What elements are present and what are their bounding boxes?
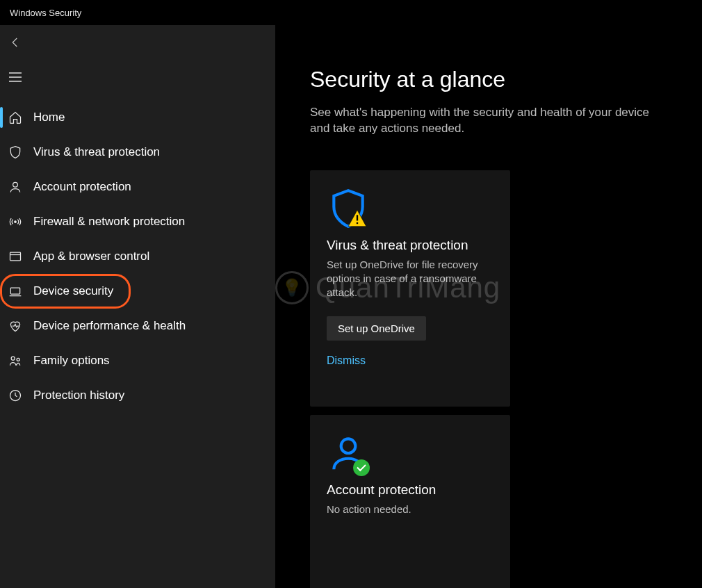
page-title: Security at a glance bbox=[310, 67, 702, 92]
sidebar-item-firewall[interactable]: Firewall & network protection bbox=[0, 204, 275, 239]
tile-desc: Set up OneDrive for file recovery option… bbox=[327, 258, 493, 300]
sidebar-item-label: Account protection bbox=[33, 180, 131, 194]
sidebar-item-history[interactable]: Protection history bbox=[0, 378, 275, 413]
tile-desc: No action needed. bbox=[327, 503, 493, 516]
sidebar-item-account[interactable]: Account protection bbox=[0, 170, 275, 204]
window-icon bbox=[8, 250, 22, 263]
tile-title: Virus & threat protection bbox=[327, 237, 493, 254]
sidebar-item-app-browser[interactable]: App & browser control bbox=[0, 239, 275, 274]
main-content: Security at a glance See what's happenin… bbox=[275, 25, 702, 588]
setup-onedrive-button[interactable]: Set up OneDrive bbox=[327, 316, 426, 341]
sidebar-item-label: Virus & threat protection bbox=[33, 145, 160, 159]
dismiss-link[interactable]: Dismiss bbox=[327, 354, 493, 367]
sidebar-item-device-security[interactable]: Device security bbox=[0, 274, 131, 309]
back-row bbox=[0, 25, 275, 60]
titlebar: Windows Security bbox=[0, 0, 702, 25]
tile-icon-wrap bbox=[327, 187, 493, 230]
page-subtitle: See what's happening with the security a… bbox=[310, 105, 671, 137]
heart-icon bbox=[8, 319, 22, 333]
svg-point-5 bbox=[17, 358, 19, 361]
tile-account-protection[interactable]: Account protection No action needed. bbox=[310, 415, 510, 588]
sidebar-nav: Home Virus & threat protection Account p… bbox=[0, 95, 275, 413]
window-title: Windows Security bbox=[10, 8, 81, 18]
tiles-grid: Virus & threat protection Set up OneDriv… bbox=[310, 170, 702, 588]
history-icon bbox=[8, 389, 22, 402]
sidebar-item-family[interactable]: Family options bbox=[0, 343, 275, 378]
svg-point-0 bbox=[13, 182, 18, 187]
tile-title: Account protection bbox=[327, 482, 493, 498]
sidebar: Home Virus & threat protection Account p… bbox=[0, 25, 275, 588]
home-icon bbox=[8, 111, 22, 124]
svg-point-9 bbox=[341, 439, 356, 453]
check-ok-icon bbox=[353, 459, 370, 476]
sidebar-item-label: Family options bbox=[33, 354, 110, 368]
svg-rect-7 bbox=[357, 215, 358, 220]
shield-icon bbox=[8, 145, 22, 159]
hamburger-row[interactable] bbox=[0, 60, 275, 95]
broadcast-icon bbox=[8, 215, 22, 229]
warning-icon bbox=[348, 209, 367, 227]
sidebar-item-label: Protection history bbox=[33, 389, 124, 402]
svg-rect-3 bbox=[10, 288, 19, 294]
sidebar-item-home[interactable]: Home bbox=[0, 100, 275, 135]
person-icon bbox=[8, 180, 22, 194]
back-icon[interactable] bbox=[8, 35, 22, 49]
chip-icon bbox=[8, 284, 22, 298]
sidebar-item-performance[interactable]: Device performance & health bbox=[0, 309, 275, 343]
hamburger-icon bbox=[8, 72, 22, 83]
sidebar-item-label: Firewall & network protection bbox=[33, 215, 185, 229]
sidebar-item-virus[interactable]: Virus & threat protection bbox=[0, 135, 275, 170]
svg-point-4 bbox=[11, 357, 15, 360]
svg-rect-2 bbox=[10, 252, 21, 261]
sidebar-item-label: App & browser control bbox=[33, 250, 149, 263]
sidebar-item-label: Device security bbox=[33, 284, 113, 298]
svg-rect-8 bbox=[357, 222, 358, 224]
tile-icon-wrap bbox=[327, 432, 493, 475]
svg-point-1 bbox=[15, 221, 17, 223]
sidebar-item-label: Device performance & health bbox=[33, 319, 186, 333]
family-icon bbox=[8, 354, 22, 368]
tile-virus-threat[interactable]: Virus & threat protection Set up OneDriv… bbox=[310, 170, 510, 407]
sidebar-item-label: Home bbox=[33, 111, 65, 124]
